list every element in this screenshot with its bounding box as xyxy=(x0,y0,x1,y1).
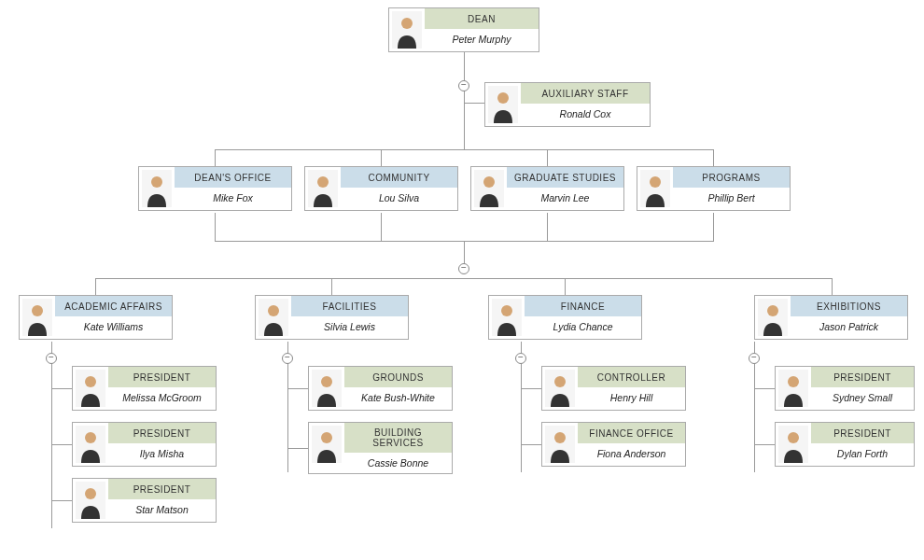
node-aux[interactable]: AUXILIARY STAFF Ronald Cox xyxy=(484,82,651,127)
title: BUILDING SERVICES xyxy=(344,423,452,453)
avatar xyxy=(142,170,172,207)
toggle-tier2[interactable] xyxy=(458,263,469,274)
title: PRESIDENT xyxy=(108,367,216,387)
avatar xyxy=(312,370,342,407)
node-academic[interactable]: ACADEMIC AFFAIRS Kate Williams xyxy=(19,295,173,340)
name: Lydia Chance xyxy=(525,316,641,337)
node-facilities[interactable]: FACILITIES Silvia Lewis xyxy=(255,295,409,340)
title: FACILITIES xyxy=(291,296,408,316)
name: Silvia Lewis xyxy=(291,316,408,337)
node-grad[interactable]: GRADUATE STUDIES Marvin Lee xyxy=(470,166,624,211)
name: Jason Patrick xyxy=(791,316,907,337)
toggle-dean[interactable] xyxy=(458,80,469,91)
avatar xyxy=(308,170,338,207)
title: GRADUATE STUDIES xyxy=(507,167,623,188)
title: DEAN'S OFFICE xyxy=(175,167,291,188)
avatar xyxy=(392,11,422,49)
node-programs[interactable]: PROGRAMS Phillip Bert xyxy=(637,166,791,211)
avatar xyxy=(492,299,522,336)
toggle-academic[interactable] xyxy=(46,353,57,364)
node-pres3[interactable]: PRESIDENT Star Matson xyxy=(72,478,217,523)
name: Kate Williams xyxy=(55,316,172,337)
node-grounds[interactable]: GROUNDS Kate Bush-White xyxy=(308,366,453,411)
avatar xyxy=(312,426,342,463)
avatar xyxy=(474,170,504,207)
avatar xyxy=(758,299,788,336)
node-controller[interactable]: CONTROLLER Henry Hill xyxy=(541,366,686,411)
name: Melissa McGroom xyxy=(108,387,216,408)
title: PRESIDENT xyxy=(811,423,914,443)
node-exhibitions[interactable]: EXHIBITIONS Jason Patrick xyxy=(754,295,908,340)
name: Marvin Lee xyxy=(507,188,623,208)
node-pres4[interactable]: PRESIDENT Sydney Small xyxy=(775,366,915,411)
node-pres5[interactable]: PRESIDENT Dylan Forth xyxy=(775,422,915,467)
title: PRESIDENT xyxy=(811,367,914,387)
name: Cassie Bonne xyxy=(344,453,452,473)
name: Fiona Anderson xyxy=(578,443,685,464)
node-community[interactable]: COMMUNITY Lou Silva xyxy=(304,166,458,211)
name: Henry Hill xyxy=(578,387,685,408)
node-pres1[interactable]: PRESIDENT Melissa McGroom xyxy=(72,366,217,411)
title: PRESIDENT xyxy=(108,423,216,443)
name: Sydney Small xyxy=(811,387,914,408)
toggle-facilities[interactable] xyxy=(282,353,293,364)
name: Phillip Bert xyxy=(673,188,790,208)
title: FINANCE xyxy=(525,296,641,316)
name: Lou Silva xyxy=(341,188,457,208)
avatar xyxy=(76,370,105,407)
title: EXHIBITIONS xyxy=(791,296,907,316)
node-finance[interactable]: FINANCE Lydia Chance xyxy=(488,295,642,340)
title: FINANCE OFFICE xyxy=(578,423,685,443)
avatar xyxy=(545,370,575,407)
name: Star Matson xyxy=(108,499,216,520)
avatar xyxy=(488,86,518,123)
name: Ronald Cox xyxy=(521,104,650,124)
title: COMMUNITY xyxy=(341,167,457,188)
node-dean[interactable]: DEAN Peter Murphy xyxy=(388,7,539,52)
avatar xyxy=(22,299,52,336)
toggle-finance[interactable] xyxy=(515,353,526,364)
name: Dylan Forth xyxy=(811,443,914,464)
avatar xyxy=(778,370,808,407)
avatar xyxy=(259,299,288,336)
title: PRESIDENT xyxy=(108,479,216,499)
avatar xyxy=(778,426,808,463)
title: PROGRAMS xyxy=(673,167,790,188)
title: GROUNDS xyxy=(344,367,452,387)
node-building[interactable]: BUILDING SERVICES Cassie Bonne xyxy=(308,422,453,474)
avatar xyxy=(545,426,575,463)
title: DEAN xyxy=(425,8,539,29)
name: Mike Fox xyxy=(175,188,291,208)
title: CONTROLLER xyxy=(578,367,685,387)
avatar xyxy=(640,170,670,207)
avatar xyxy=(76,482,105,519)
name: Peter Murphy xyxy=(425,29,539,49)
node-deans-office[interactable]: DEAN'S OFFICE Mike Fox xyxy=(138,166,292,211)
toggle-exhibitions[interactable] xyxy=(749,353,760,364)
node-pres2[interactable]: PRESIDENT Ilya Misha xyxy=(72,422,217,467)
node-finoffice[interactable]: FINANCE OFFICE Fiona Anderson xyxy=(541,422,686,467)
avatar xyxy=(76,426,105,463)
title: AUXILIARY STAFF xyxy=(521,83,650,104)
name: Ilya Misha xyxy=(108,443,216,464)
name: Kate Bush-White xyxy=(344,387,452,408)
title: ACADEMIC AFFAIRS xyxy=(55,296,172,316)
